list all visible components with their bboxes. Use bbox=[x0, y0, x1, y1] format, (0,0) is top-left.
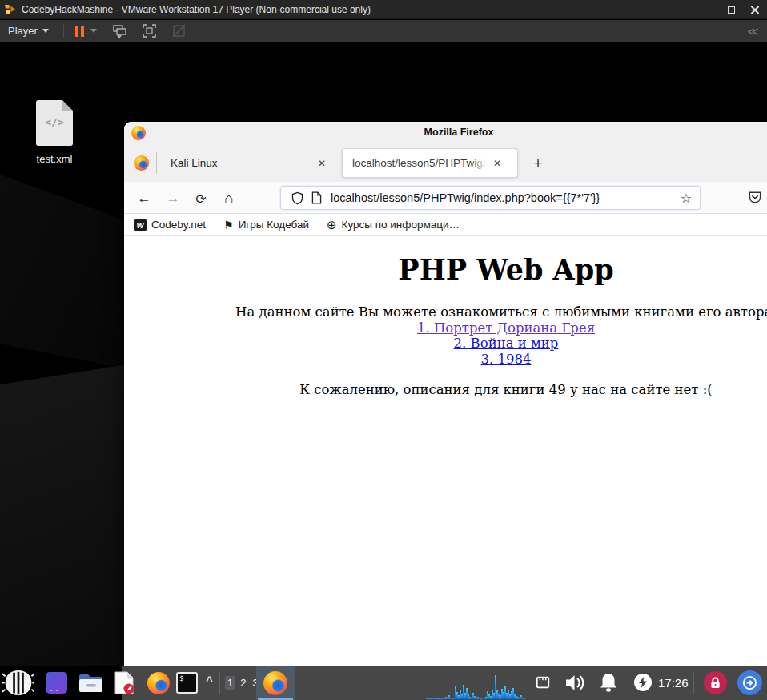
workspace-2[interactable]: 2 bbox=[239, 676, 247, 690]
tab-localhost-active[interactable]: localhost/lesson5/PHPTwig/in ✕ bbox=[342, 148, 518, 178]
lock-screen-button[interactable] bbox=[704, 671, 727, 694]
desktop-file-test-xml[interactable]: </> test.xml bbox=[22, 100, 86, 165]
url-bar[interactable]: localhost/lesson5/PHPTwig/index.php?book… bbox=[280, 186, 701, 210]
book-link-3[interactable]: 3. 1984 bbox=[124, 352, 767, 368]
logout-button[interactable] bbox=[737, 670, 762, 695]
book-link-2[interactable]: 2. Война и мир bbox=[124, 336, 767, 352]
pocket-icon[interactable] bbox=[747, 189, 763, 205]
firefox-window: Mozilla Firefox Kali Linux ✕ localhost/l… bbox=[124, 122, 767, 666]
page-info-icon[interactable] bbox=[311, 191, 323, 204]
close-button[interactable] bbox=[743, 0, 767, 19]
fullscreen-icon[interactable] bbox=[142, 23, 157, 38]
notifications-bell-icon[interactable] bbox=[598, 672, 619, 694]
new-tab-button[interactable]: + bbox=[528, 154, 548, 173]
vm-screen: CodebyHackMashine - VMware Workstation 1… bbox=[0, 0, 767, 700]
firefox-launcher-icon[interactable] bbox=[147, 672, 170, 694]
firefox-logo-icon bbox=[131, 126, 146, 140]
bookmark-courses[interactable]: ⊕ Курсы по информаци… bbox=[327, 218, 460, 232]
desktop-file-label: test.xml bbox=[22, 153, 86, 165]
maximize-button[interactable] bbox=[719, 0, 743, 19]
show-desktop-icon[interactable]: … bbox=[46, 672, 67, 694]
kali-menu-icon[interactable] bbox=[2, 669, 34, 697]
player-menu-button[interactable]: Player bbox=[0, 20, 57, 42]
globe-icon: ⊕ bbox=[327, 218, 337, 232]
panel-divider bbox=[219, 672, 220, 694]
back-button[interactable]: ← bbox=[134, 188, 155, 209]
tab-kali-linux[interactable]: Kali Linux ✕ bbox=[161, 144, 335, 182]
tab-bar: Kali Linux ✕ localhost/lesson5/PHPTwig/i… bbox=[124, 144, 767, 182]
suspend-dropdown-icon[interactable] bbox=[90, 29, 97, 33]
vmware-toolbar: Player ≪ bbox=[0, 20, 767, 42]
file-manager-icon[interactable] bbox=[78, 673, 104, 694]
flag-icon: ⚑ bbox=[223, 219, 234, 231]
bookmark-codeby[interactable]: w Codeby.net bbox=[134, 219, 206, 231]
firefox-icon bbox=[263, 671, 287, 695]
bookmarks-toolbar: w Codeby.net ⚑ Игры Кодебай ⊕ Курсы по и… bbox=[124, 214, 767, 236]
book-link-1[interactable]: 1. Портрет Дориана Грея bbox=[124, 320, 767, 336]
network-graph[interactable] bbox=[426, 669, 527, 699]
volume-icon[interactable] bbox=[564, 672, 586, 694]
clock[interactable]: 17:26 bbox=[658, 666, 689, 700]
vmware-titlebar: CodebyHackMashine - VMware Workstation 1… bbox=[0, 0, 767, 19]
firefox-window-title: Mozilla Firefox bbox=[424, 127, 494, 138]
toolbar-divider bbox=[63, 24, 64, 38]
url-text[interactable]: localhost/lesson5/PHPTwig/index.php?book… bbox=[331, 191, 676, 204]
tab-close-icon[interactable]: ✕ bbox=[318, 158, 326, 169]
tab-close-icon[interactable]: ✕ bbox=[493, 158, 501, 169]
bookmark-label: Игры Кодебай bbox=[239, 219, 309, 231]
code-glyph: </> bbox=[36, 116, 73, 128]
workspace-1[interactable]: 1 bbox=[225, 676, 235, 690]
terminal-launcher-icon[interactable]: $_ bbox=[176, 672, 198, 694]
xml-file-icon: </> bbox=[36, 100, 73, 146]
tab-label: Kali Linux bbox=[171, 157, 218, 169]
suspend-button[interactable] bbox=[70, 26, 89, 37]
web-page-content: PHP Web App На данном сайте Вы можете оз… bbox=[124, 236, 767, 666]
codeby-icon: w bbox=[134, 219, 147, 231]
collapse-toolbar-button[interactable]: ≪ bbox=[747, 25, 757, 38]
taskbar-firefox-window-button[interactable] bbox=[256, 666, 295, 700]
power-manager-icon[interactable] bbox=[634, 674, 652, 691]
chevron-down-icon bbox=[42, 29, 49, 33]
firefox-titlebar[interactable]: Mozilla Firefox bbox=[124, 122, 767, 144]
panel-divider bbox=[693, 672, 694, 694]
page-title: PHP Web App bbox=[124, 254, 767, 286]
intro-text: На данном сайте Вы можете ознакомиться с… bbox=[235, 304, 767, 320]
home-button[interactable]: ⌂ bbox=[219, 188, 239, 209]
not-found-message: К сожалению, описания для книги 49 у нас… bbox=[124, 382, 767, 397]
minimize-button[interactable] bbox=[695, 0, 719, 19]
unity-mode-icon bbox=[171, 23, 187, 38]
network-status-icon[interactable] bbox=[535, 674, 551, 690]
taskbar: … $_ ^ 1 2 3 4 bbox=[0, 666, 767, 700]
tab-divider bbox=[156, 152, 157, 174]
bookmark-label: Codeby.net bbox=[151, 219, 206, 231]
vmware-player-icon bbox=[4, 3, 16, 15]
text-editor-icon[interactable] bbox=[114, 671, 135, 695]
tab-label: localhost/lesson5/PHPTwig/in bbox=[352, 157, 487, 169]
tracking-protection-shield-icon[interactable] bbox=[291, 191, 304, 205]
player-menu-label: Player bbox=[8, 25, 38, 37]
firefox-view-icon[interactable] bbox=[134, 155, 149, 171]
reload-button[interactable]: ⟳ bbox=[191, 188, 211, 209]
bookmark-label: Курсы по информаци… bbox=[342, 219, 460, 231]
bookmark-games[interactable]: ⚑ Игры Кодебай bbox=[223, 219, 309, 231]
navigation-toolbar: ← → ⟳ ⌂ localhost/lesson5/PHPTwig/index.… bbox=[124, 182, 767, 214]
dots-icon: … bbox=[50, 685, 59, 691]
vmware-window-title: CodebyHackMashine - VMware Workstation 1… bbox=[22, 4, 371, 15]
forward-button[interactable]: → bbox=[163, 188, 183, 209]
send-ctrl-alt-del-icon[interactable] bbox=[112, 23, 127, 38]
desktop: </> test.xml Mozilla Firefox Kali Linux … bbox=[0, 42, 767, 666]
panel-chevron-up-icon[interactable]: ^ bbox=[206, 674, 213, 687]
bookmark-star-icon[interactable]: ☆ bbox=[681, 191, 692, 206]
